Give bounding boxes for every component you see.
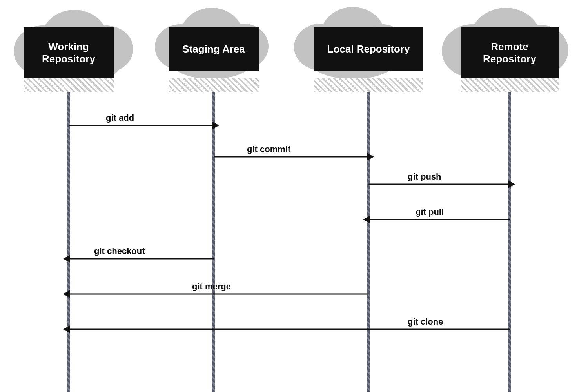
hatch-local	[314, 78, 423, 92]
label-git-push: git push	[408, 172, 441, 181]
label-git-clone: git clone	[408, 317, 443, 327]
label-git-commit: git commit	[247, 144, 291, 154]
lifeline-working	[67, 86, 70, 392]
label-git-pull: git pull	[416, 207, 444, 217]
lane-remote: RemoteRepository	[461, 27, 559, 78]
lifeline-remote	[508, 86, 511, 392]
label-git-checkout: git checkout	[94, 246, 145, 256]
label-git-merge: git merge	[192, 281, 231, 291]
hatch-staging	[169, 78, 259, 92]
lifeline-local	[367, 86, 370, 392]
label-git-add: git add	[106, 113, 134, 123]
hatch-working	[24, 78, 114, 92]
lane-working: WorkingRepository	[24, 27, 114, 78]
lane-local: Local Repository	[314, 27, 423, 71]
lifeline-staging	[212, 86, 215, 392]
git-diagram: WorkingRepository Staging Area Local Rep…	[0, 0, 588, 392]
lane-staging: Staging Area	[169, 27, 259, 71]
hatch-remote	[461, 78, 559, 92]
